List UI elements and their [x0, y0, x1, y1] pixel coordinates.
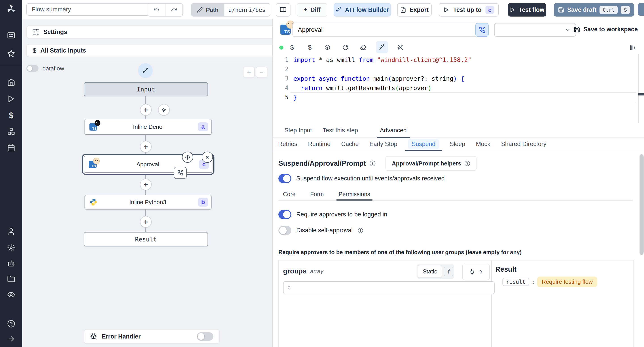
folders-icon[interactable]	[7, 275, 15, 283]
ai-assistant-button-active[interactable]	[376, 41, 388, 53]
wand-icon	[336, 7, 342, 13]
node-input[interactable]: Input	[84, 82, 208, 96]
step-id-badge: c	[486, 6, 494, 14]
static-option[interactable]: Static	[418, 265, 442, 278]
require-login-toggle[interactable]	[278, 210, 291, 219]
tab-advanced[interactable]: Advanced	[374, 123, 412, 138]
diff-button[interactable]: ± Diff	[297, 3, 327, 16]
ai-off-button[interactable]	[395, 42, 405, 52]
file-export-icon	[400, 7, 406, 13]
zoom-out-button[interactable]: −	[256, 67, 268, 78]
trigger-bolt-button[interactable]	[158, 104, 170, 116]
library-button[interactable]	[628, 42, 638, 52]
error-handler-card[interactable]: Error Handler	[84, 329, 220, 344]
variables-icon[interactable]: $	[7, 111, 15, 119]
expand-sidebar-arrow-icon[interactable]	[7, 335, 15, 343]
code-editor[interactable]: 1import * as wmill from "windmill-client…	[273, 54, 644, 123]
sidebar-divider	[0, 66, 22, 66]
tab-shared-directory[interactable]: Shared Directory	[496, 138, 552, 151]
node-inline-python[interactable]: Inline Python3 b	[84, 195, 212, 210]
deploy-button-partial[interactable]	[638, 3, 644, 16]
redo-button[interactable]	[166, 4, 182, 16]
users-icon[interactable]	[7, 228, 15, 236]
undo-button[interactable]	[148, 4, 166, 16]
dataflow-toggle[interactable]	[26, 65, 38, 72]
favorites-star-icon[interactable]	[7, 50, 15, 58]
tab-test-this-step[interactable]: Test this step	[317, 123, 363, 138]
node-approval-selected[interactable]: TS Approval c	[84, 156, 212, 173]
save-draft-button[interactable]: Save draft Ctrl S	[554, 3, 634, 16]
approval-phone-chip[interactable]	[174, 167, 187, 179]
help-icon[interactable]	[7, 320, 15, 328]
export-button[interactable]: Export	[397, 3, 432, 16]
node-result[interactable]: Result	[84, 232, 208, 246]
package-button[interactable]	[322, 42, 332, 52]
runs-icon[interactable]	[7, 95, 15, 103]
ai-flow-builder-button[interactable]: AI Flow Builder	[334, 3, 391, 16]
save-to-workspace-button[interactable]: Save to workspace	[574, 23, 638, 36]
flow-summary-input[interactable]: Flow summary	[26, 3, 151, 16]
tab-step-input[interactable]: Step Input	[279, 123, 317, 138]
save-icon	[558, 7, 564, 13]
connect-input-button[interactable]	[462, 264, 490, 280]
test-up-to-button[interactable]: Test up to c	[439, 3, 499, 16]
test-flow-button[interactable]: Test flow	[508, 3, 546, 16]
python-icon	[90, 198, 98, 206]
graph-canvas[interactable]: dataflow + − Input + TS Inline Deno a	[22, 61, 272, 347]
result-value-pill[interactable]: Require testing flow	[537, 276, 597, 287]
javascript-fn-option[interactable]: ƒ	[444, 267, 453, 276]
code-line: 5}	[273, 92, 638, 102]
add-step-button[interactable]: +	[140, 216, 152, 228]
result-key-chip[interactable]: result	[502, 278, 529, 286]
windmill-logo-icon[interactable]	[6, 4, 16, 14]
error-handler-toggle[interactable]	[197, 332, 213, 341]
step-name-input[interactable]: Approval	[292, 22, 478, 37]
ai-graph-wand-button[interactable]	[138, 63, 153, 78]
path-button[interactable]: Path	[192, 4, 224, 16]
format-button[interactable]	[358, 42, 368, 52]
home-icon[interactable]	[7, 78, 15, 86]
tab-permissions[interactable]: Permissions	[334, 188, 375, 200]
add-step-button[interactable]: +	[140, 141, 152, 152]
tab-runtime[interactable]: Runtime	[303, 138, 336, 151]
audit-eye-icon[interactable]	[7, 291, 15, 299]
path-value[interactable]: u/henri/bes	[224, 4, 270, 16]
scrollbar-thumb[interactable]	[640, 154, 644, 255]
play-icon	[444, 7, 449, 13]
resource-picker-button[interactable]: $	[305, 42, 314, 52]
tab-core[interactable]: Core	[278, 188, 300, 200]
disable-self-approval-toggle[interactable]	[278, 226, 291, 235]
schedules-icon[interactable]	[7, 144, 15, 152]
all-static-inputs-card[interactable]: $ All Static Inputs	[26, 44, 281, 57]
suspend-toggle[interactable]	[278, 174, 291, 183]
apps-icon[interactable]	[7, 31, 15, 39]
workers-bot-icon[interactable]	[7, 259, 15, 268]
info-icon[interactable]	[370, 160, 376, 166]
resources-icon[interactable]	[7, 128, 15, 136]
variable-picker-button[interactable]: $	[287, 42, 297, 52]
settings-gear-icon[interactable]	[7, 244, 15, 252]
node-inline-deno[interactable]: TS Inline Deno a	[84, 119, 212, 135]
approval-prompt-helpers-button[interactable]: Approval/Prompt helpers	[386, 156, 476, 171]
flow-settings-card[interactable]: Settings	[26, 26, 281, 38]
zoom-in-button[interactable]: +	[243, 67, 255, 78]
tab-sleep[interactable]: Sleep	[444, 138, 470, 151]
suspend-phone-button[interactable]	[476, 23, 488, 37]
add-step-button[interactable]: +	[140, 104, 152, 116]
docs-book-button[interactable]	[276, 3, 290, 16]
groups-array-input[interactable]	[283, 281, 495, 294]
bug-icon	[90, 333, 97, 340]
tab-mock[interactable]: Mock	[470, 138, 496, 151]
tab-form[interactable]: Form	[306, 188, 328, 200]
windmill-flow-editor: $ Flow summary	[0, 0, 644, 347]
reload-button[interactable]	[340, 42, 350, 52]
delete-node-button[interactable]: ×	[202, 152, 213, 163]
info-icon[interactable]	[358, 228, 363, 234]
tab-retries[interactable]: Retries	[273, 138, 303, 151]
tab-early-stop[interactable]: Early Stop	[364, 138, 403, 151]
move-node-button[interactable]	[182, 152, 193, 163]
template-select[interactable]	[494, 23, 576, 37]
tab-suspend[interactable]: Suspend	[403, 138, 444, 151]
tab-cache[interactable]: Cache	[336, 138, 364, 151]
add-step-button[interactable]: +	[140, 179, 152, 190]
